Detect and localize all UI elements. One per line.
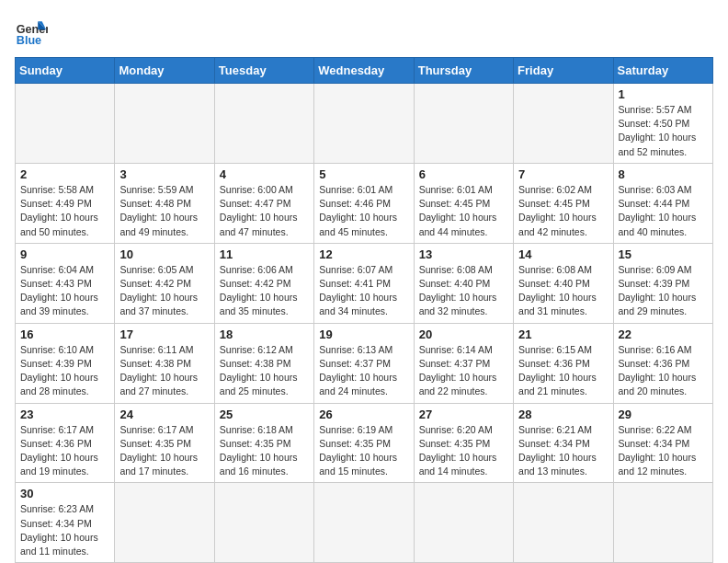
day-info: Sunrise: 6:10 AMSunset: 4:39 PMDaylight:… [20, 343, 109, 399]
calendar-cell [314, 483, 414, 563]
calendar-cell: 14Sunrise: 6:08 AMSunset: 4:40 PMDayligh… [514, 243, 613, 323]
weekday-header: Thursday [414, 58, 513, 84]
day-info: Sunrise: 5:59 AMSunset: 4:48 PMDaylight:… [119, 183, 209, 239]
day-number: 10 [119, 247, 209, 261]
day-info: Sunrise: 6:23 AMSunset: 4:34 PMDaylight:… [20, 502, 109, 558]
weekday-header-row: SundayMondayTuesdayWednesdayThursdayFrid… [16, 58, 713, 84]
calendar-cell: 23Sunrise: 6:17 AMSunset: 4:36 PMDayligh… [16, 403, 115, 483]
calendar-cell: 24Sunrise: 6:17 AMSunset: 4:35 PMDayligh… [115, 403, 214, 483]
calendar-cell: 22Sunrise: 6:16 AMSunset: 4:36 PMDayligh… [613, 323, 712, 403]
calendar-cell: 29Sunrise: 6:22 AMSunset: 4:34 PMDayligh… [613, 403, 712, 483]
svg-text:Blue: Blue [17, 34, 41, 47]
day-info: Sunrise: 6:02 AMSunset: 4:45 PMDaylight:… [518, 183, 608, 239]
day-number: 5 [319, 167, 408, 181]
calendar-cell: 5Sunrise: 6:01 AMSunset: 4:46 PMDaylight… [314, 163, 414, 243]
day-info: Sunrise: 6:20 AMSunset: 4:35 PMDaylight:… [419, 423, 508, 479]
calendar-cell: 12Sunrise: 6:07 AMSunset: 4:41 PMDayligh… [314, 243, 414, 323]
calendar-cell: 7Sunrise: 6:02 AMSunset: 4:45 PMDaylight… [514, 163, 613, 243]
day-number: 19 [319, 327, 408, 341]
day-number: 25 [220, 408, 309, 421]
day-info: Sunrise: 6:07 AMSunset: 4:41 PMDaylight:… [319, 263, 408, 319]
calendar-cell: 19Sunrise: 6:13 AMSunset: 4:37 PMDayligh… [314, 323, 414, 403]
weekday-header: Friday [514, 58, 613, 84]
day-info: Sunrise: 6:15 AMSunset: 4:36 PMDaylight:… [518, 343, 608, 399]
calendar-cell: 4Sunrise: 6:00 AMSunset: 4:47 PMDaylight… [214, 163, 313, 243]
day-number: 18 [220, 327, 309, 341]
calendar-cell [115, 84, 214, 164]
day-number: 6 [419, 167, 508, 181]
day-info: Sunrise: 6:16 AMSunset: 4:36 PMDaylight:… [619, 343, 708, 399]
calendar-week-row: 16Sunrise: 6:10 AMSunset: 4:39 PMDayligh… [16, 323, 713, 403]
day-info: Sunrise: 6:03 AMSunset: 4:44 PMDaylight:… [619, 183, 708, 239]
day-info: Sunrise: 6:00 AMSunset: 4:47 PMDaylight:… [220, 183, 309, 239]
day-info: Sunrise: 6:11 AMSunset: 4:38 PMDaylight:… [119, 343, 209, 399]
calendar-cell: 30Sunrise: 6:23 AMSunset: 4:34 PMDayligh… [16, 483, 115, 563]
day-number: 3 [119, 167, 209, 181]
day-number: 9 [20, 247, 109, 261]
day-number: 2 [20, 167, 109, 181]
calendar-table: SundayMondayTuesdayWednesdayThursdayFrid… [15, 57, 713, 563]
day-number: 24 [119, 408, 209, 421]
weekday-header: Tuesday [214, 58, 313, 84]
day-info: Sunrise: 6:09 AMSunset: 4:39 PMDaylight:… [619, 263, 708, 319]
day-info: Sunrise: 6:19 AMSunset: 4:35 PMDaylight:… [319, 423, 408, 479]
day-info: Sunrise: 6:08 AMSunset: 4:40 PMDaylight:… [518, 263, 608, 319]
day-info: Sunrise: 5:57 AMSunset: 4:50 PMDaylight:… [619, 103, 708, 159]
day-info: Sunrise: 6:05 AMSunset: 4:42 PMDaylight:… [119, 263, 209, 319]
calendar-cell: 6Sunrise: 6:01 AMSunset: 4:45 PMDaylight… [414, 163, 513, 243]
day-number: 26 [319, 408, 408, 421]
day-number: 12 [319, 247, 408, 261]
logo: General Blue [15, 15, 48, 48]
calendar-cell: 11Sunrise: 6:06 AMSunset: 4:42 PMDayligh… [214, 243, 313, 323]
calendar-cell: 13Sunrise: 6:08 AMSunset: 4:40 PMDayligh… [414, 243, 513, 323]
day-number: 17 [119, 327, 209, 341]
calendar-cell [115, 483, 214, 563]
day-number: 14 [518, 247, 608, 261]
day-info: Sunrise: 6:08 AMSunset: 4:40 PMDaylight:… [419, 263, 508, 319]
calendar-cell: 10Sunrise: 6:05 AMSunset: 4:42 PMDayligh… [115, 243, 214, 323]
calendar-cell: 3Sunrise: 5:59 AMSunset: 4:48 PMDaylight… [115, 163, 214, 243]
calendar-cell: 9Sunrise: 6:04 AMSunset: 4:43 PMDaylight… [16, 243, 115, 323]
calendar-cell: 8Sunrise: 6:03 AMSunset: 4:44 PMDaylight… [613, 163, 712, 243]
page-header: General Blue [15, 15, 713, 48]
calendar-cell: 21Sunrise: 6:15 AMSunset: 4:36 PMDayligh… [514, 323, 613, 403]
day-number: 20 [419, 327, 508, 341]
day-info: Sunrise: 5:58 AMSunset: 4:49 PMDaylight:… [20, 183, 109, 239]
calendar-cell: 26Sunrise: 6:19 AMSunset: 4:35 PMDayligh… [314, 403, 414, 483]
day-number: 7 [518, 167, 608, 181]
day-number: 30 [20, 487, 109, 500]
day-info: Sunrise: 6:18 AMSunset: 4:35 PMDaylight:… [220, 423, 309, 479]
calendar-cell [613, 483, 712, 563]
day-number: 28 [518, 408, 608, 421]
calendar-cell: 2Sunrise: 5:58 AMSunset: 4:49 PMDaylight… [16, 163, 115, 243]
day-info: Sunrise: 6:01 AMSunset: 4:46 PMDaylight:… [319, 183, 408, 239]
day-info: Sunrise: 6:06 AMSunset: 4:42 PMDaylight:… [220, 263, 309, 319]
weekday-header: Sunday [16, 58, 115, 84]
day-number: 1 [619, 87, 708, 101]
day-info: Sunrise: 6:21 AMSunset: 4:34 PMDaylight:… [518, 423, 608, 479]
day-number: 13 [419, 247, 508, 261]
day-info: Sunrise: 6:13 AMSunset: 4:37 PMDaylight:… [319, 343, 408, 399]
calendar-cell: 16Sunrise: 6:10 AMSunset: 4:39 PMDayligh… [16, 323, 115, 403]
calendar-cell [214, 483, 313, 563]
calendar-cell [514, 483, 613, 563]
day-info: Sunrise: 6:12 AMSunset: 4:38 PMDaylight:… [220, 343, 309, 399]
day-number: 22 [619, 327, 708, 341]
calendar-week-row: 9Sunrise: 6:04 AMSunset: 4:43 PMDaylight… [16, 243, 713, 323]
weekday-header: Saturday [613, 58, 712, 84]
day-number: 21 [518, 327, 608, 341]
calendar-cell [314, 84, 414, 164]
day-info: Sunrise: 6:17 AMSunset: 4:35 PMDaylight:… [119, 423, 209, 479]
calendar-cell [514, 84, 613, 164]
day-number: 11 [220, 247, 309, 261]
calendar-cell: 17Sunrise: 6:11 AMSunset: 4:38 PMDayligh… [115, 323, 214, 403]
day-info: Sunrise: 6:04 AMSunset: 4:43 PMDaylight:… [20, 263, 109, 319]
day-number: 15 [619, 247, 708, 261]
day-number: 23 [20, 408, 109, 421]
calendar-cell: 28Sunrise: 6:21 AMSunset: 4:34 PMDayligh… [514, 403, 613, 483]
calendar-cell: 18Sunrise: 6:12 AMSunset: 4:38 PMDayligh… [214, 323, 313, 403]
calendar-body: 1Sunrise: 5:57 AMSunset: 4:50 PMDaylight… [16, 84, 713, 563]
day-info: Sunrise: 6:14 AMSunset: 4:37 PMDaylight:… [419, 343, 508, 399]
day-number: 4 [220, 167, 309, 181]
day-info: Sunrise: 6:17 AMSunset: 4:36 PMDaylight:… [20, 423, 109, 479]
